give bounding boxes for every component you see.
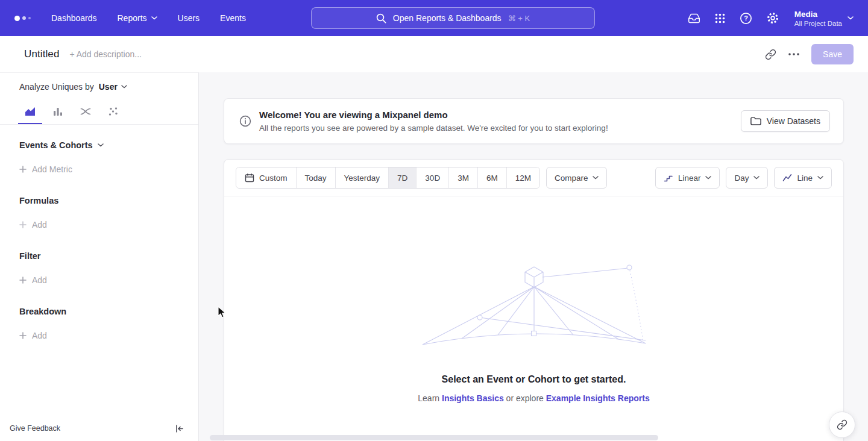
middle-text: or explore [504, 393, 546, 403]
breakdown-section-title: Breakdown [19, 307, 198, 316]
chevron-down-icon [98, 143, 104, 147]
plus-icon [19, 221, 27, 228]
range-7d[interactable]: 7D [388, 167, 416, 188]
help-button[interactable]: ? [740, 12, 752, 25]
linear-scale-icon [664, 174, 673, 182]
logo-dot [14, 16, 20, 21]
scale-dropdown[interactable]: Linear [655, 167, 720, 189]
range-30d[interactable]: 30D [416, 167, 448, 188]
info-icon [239, 115, 251, 127]
more-options-button[interactable] [788, 53, 799, 55]
compare-label: Compare [555, 174, 588, 183]
add-metric-label: Add Metric [32, 164, 72, 174]
tab-scatter-chart[interactable] [101, 100, 125, 124]
mixpanel-logo[interactable] [14, 16, 31, 21]
logo-dot [28, 17, 31, 19]
range-3m[interactable]: 3M [448, 167, 477, 188]
main-content: Welcome! You are viewing a Mixpanel demo… [200, 72, 868, 441]
range-yesterday[interactable]: Yesterday [335, 167, 389, 188]
settings-button[interactable] [766, 11, 779, 25]
nav-reports[interactable]: Reports [118, 13, 157, 23]
copy-link-button[interactable] [765, 49, 776, 60]
tab-flow-chart[interactable] [74, 100, 98, 124]
nav-dashboards[interactable]: Dashboards [51, 13, 97, 23]
flow-chart-icon [80, 106, 91, 117]
collapse-left-icon [175, 424, 184, 433]
granularity-label: Day [734, 174, 749, 183]
add-filter-button[interactable]: Add [19, 275, 47, 285]
navbar-right: ? Media All Project Data [688, 9, 854, 28]
chevron-down-icon [593, 176, 599, 180]
analyze-by-dropdown[interactable]: User [99, 82, 127, 92]
inbox-button[interactable] [688, 12, 700, 25]
granularity-dropdown[interactable]: Day [726, 167, 768, 189]
nav-users[interactable]: Users [178, 13, 200, 23]
chevron-down-icon [705, 176, 711, 180]
ellipsis-icon [788, 53, 799, 55]
add-metric-button[interactable]: Add Metric [19, 164, 72, 174]
tab-insights-chart[interactable] [18, 100, 42, 124]
compare-dropdown[interactable]: Compare [546, 167, 608, 189]
chevron-down-icon [817, 176, 823, 180]
view-datasets-button[interactable]: View Datasets [741, 110, 830, 132]
banner-title: Welcome! You are viewing a Mixpanel demo [259, 109, 608, 121]
chevron-down-icon [848, 16, 854, 20]
analyze-by-value: User [99, 82, 118, 92]
add-formula-button[interactable]: Add [19, 220, 47, 230]
nav-reports-label: Reports [118, 13, 147, 23]
project-name: Media [794, 9, 842, 19]
empty-state-body: Learn Insights Basics or explore Example… [224, 393, 843, 403]
view-datasets-label: View Datasets [767, 116, 820, 126]
analyze-label: Analyze Uniques by [19, 82, 94, 92]
bar-chart-icon [52, 106, 63, 117]
events-cohorts-title: Events & Cohorts [19, 140, 93, 150]
sidebar-footer: Give Feedback [0, 416, 198, 441]
nav-events[interactable]: Events [220, 13, 246, 23]
banner-body: All the reports you see are powered by a… [259, 123, 608, 134]
insights-basics-link[interactable]: Insights Basics [442, 393, 504, 403]
range-12m[interactable]: 12M [506, 167, 539, 188]
range-custom-label: Custom [259, 174, 288, 183]
svg-text:?: ? [744, 14, 748, 22]
analyze-uniques-row: Analyze Uniques by User [0, 73, 198, 100]
project-switcher-labels: Media All Project Data [794, 9, 842, 28]
report-title[interactable]: Untitled [24, 48, 59, 60]
events-cohorts-section-toggle[interactable]: Events & Cohorts [19, 140, 104, 150]
global-search-bar[interactable]: Open Reports & Dashboards ⌘ + K [311, 7, 595, 29]
range-custom[interactable]: Custom [236, 167, 296, 188]
range-6m[interactable]: 6M [477, 167, 506, 188]
range-today[interactable]: Today [296, 167, 335, 188]
project-scope: All Project Data [794, 19, 842, 28]
folder-icon [750, 116, 761, 126]
chart-type-dropdown[interactable]: Line [774, 167, 832, 189]
link-icon [765, 49, 776, 60]
collapse-sidebar-button[interactable] [175, 424, 184, 433]
give-feedback-link[interactable]: Give Feedback [10, 424, 60, 433]
chart-type-tabs [0, 100, 198, 125]
save-button[interactable]: Save [811, 44, 854, 64]
scatter-chart-icon [108, 106, 119, 117]
logo-dot [22, 16, 26, 20]
example-reports-link[interactable]: Example Insights Reports [546, 393, 650, 403]
add-breakdown-button[interactable]: Add [19, 331, 47, 340]
add-formula-label: Add [32, 220, 47, 230]
apps-grid-icon [714, 13, 726, 24]
share-link-fab[interactable] [829, 411, 855, 438]
search-placeholder: Open Reports & Dashboards [393, 13, 502, 23]
search-shortcut: ⌘ + K [508, 14, 530, 23]
horizontal-scrollbar[interactable] [210, 435, 658, 440]
tab-bar-chart[interactable] [46, 100, 70, 124]
add-filter-label: Add [32, 275, 47, 285]
project-switcher[interactable]: Media All Project Data [794, 9, 854, 28]
scale-label: Linear [678, 174, 701, 183]
area-chart-icon [25, 106, 36, 117]
plus-icon [19, 332, 27, 339]
plus-icon [19, 166, 27, 173]
line-chart-icon [782, 174, 792, 182]
apps-grid-button[interactable] [714, 13, 726, 24]
primary-nav: Dashboards Reports Users Events [51, 13, 246, 23]
report-header-actions: Save [765, 44, 854, 64]
banner-text: Welcome! You are viewing a Mixpanel demo… [259, 109, 608, 134]
empty-state-title: Select an Event or Cohort to get started… [224, 374, 843, 385]
add-description-field[interactable]: + Add description... [69, 49, 141, 59]
